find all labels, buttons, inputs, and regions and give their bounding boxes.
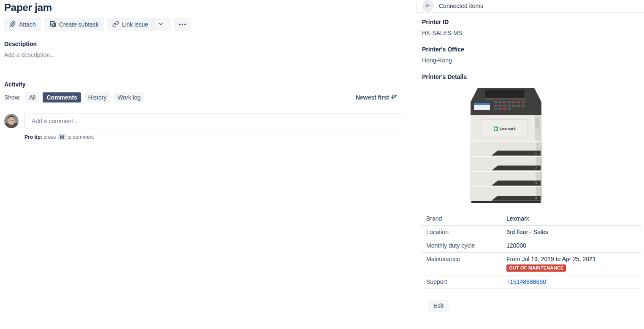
subtask-icon xyxy=(49,21,59,29)
row-value: Lexmark xyxy=(506,215,529,222)
sort-descending-icon xyxy=(389,94,397,102)
status-badge: OUT OF MAINTENANCE xyxy=(506,264,566,272)
create-subtask-button[interactable]: Create subtask xyxy=(44,18,104,31)
connected-items-panel: Connected items Printer ID HK-SALES-MS P… xyxy=(416,0,644,329)
connected-items-header: Connected items xyxy=(416,0,644,13)
table-row: Monthly duty cycle 120000 xyxy=(422,239,641,253)
description-placeholder[interactable]: Add a description... xyxy=(4,51,401,58)
pro-tip: Pro tip:pressMto comment xyxy=(24,134,401,140)
back-button[interactable] xyxy=(422,0,434,12)
printer-base xyxy=(471,201,541,203)
table-row: Support +15148688690 xyxy=(422,275,641,289)
comment-input[interactable] xyxy=(24,113,401,129)
table-row: Location 3rd floor - Sales xyxy=(422,226,641,239)
issue-toolbar: Attach Create subtask Link issue xyxy=(4,18,401,31)
more-icon xyxy=(179,24,186,25)
paperclip-icon xyxy=(9,21,19,29)
sort-order-label: Newest first xyxy=(356,94,389,101)
printer-keypad xyxy=(494,101,528,113)
pro-tip-prefix: Pro tip: xyxy=(24,134,42,140)
printer-body: Lexmark xyxy=(471,115,541,141)
link-issue-split-button: Link issue xyxy=(107,18,171,31)
lexmark-diamond-icon xyxy=(494,127,498,131)
row-value: From Jul 19, 2019 to Apr 25, 2021 xyxy=(506,256,596,262)
filter-tab-comments[interactable]: Comments xyxy=(43,92,81,102)
attach-button-label: Attach xyxy=(19,21,36,28)
add-comment-row xyxy=(4,113,401,129)
filter-tab-all[interactable]: All xyxy=(25,92,40,102)
table-row: Brand Lexmark xyxy=(422,212,641,226)
printer-logo-text: Lexmark xyxy=(500,127,516,131)
activity-heading: Activity xyxy=(4,81,401,88)
printer-id-value: HK-SALES-MS xyxy=(422,30,641,36)
printer-details-field: Printer's Details xyxy=(422,73,641,80)
printer-id-field: Printer ID HK-SALES-MS xyxy=(422,19,641,36)
tray-number: 4 xyxy=(535,197,537,200)
printer-id-label: Printer ID xyxy=(422,19,641,25)
maintenance-value-cell: From Jul 19, 2019 to Apr 25, 2021 OUT OF… xyxy=(506,256,596,272)
show-label: Show: xyxy=(4,94,21,101)
row-value: 120000 xyxy=(506,242,526,249)
table-row: Maintenance From Jul 19, 2019 to Apr 25,… xyxy=(422,253,641,275)
printer-photo: Lexmark 1 2 3 4 xyxy=(470,88,542,203)
printer-display xyxy=(474,103,490,110)
sort-order-control[interactable]: Newest first xyxy=(356,94,397,102)
attach-button[interactable]: Attach xyxy=(4,18,41,31)
printer-office-field: Printer's Office Hong-Kong xyxy=(422,46,641,64)
printer-office-value: Hong-Kong xyxy=(422,57,641,64)
avatar[interactable] xyxy=(4,114,19,128)
link-issue-dropdown-button[interactable] xyxy=(154,18,171,31)
printer-office-label: Printer's Office xyxy=(422,46,641,53)
description-heading: Description xyxy=(4,40,401,47)
printer-side-button xyxy=(535,119,539,128)
create-subtask-button-label: Create subtask xyxy=(59,21,99,28)
row-label: Maintenance xyxy=(422,256,506,262)
printer-brand-logo: Lexmark xyxy=(494,127,516,131)
tray-number: 1 xyxy=(535,151,537,154)
pro-tip-key: M xyxy=(58,134,66,140)
tray-number: 2 xyxy=(535,167,537,170)
printer-front-door: Lexmark xyxy=(482,119,528,138)
arrow-left-icon xyxy=(425,2,431,10)
activity-filter-row: Show: All Comments History Work log Newe… xyxy=(4,92,401,102)
issue-view: Paper jam Attach Create subtask xyxy=(0,0,644,329)
link-issue-button-label: Link issue xyxy=(122,21,148,28)
filter-tab-history[interactable]: History xyxy=(84,92,111,102)
filter-tab-worklog[interactable]: Work log xyxy=(114,92,144,102)
chevron-down-icon xyxy=(158,21,167,28)
main-column: Paper jam Attach Create subtask xyxy=(4,0,401,140)
link-icon xyxy=(112,21,122,29)
printer-tray-1: 1 xyxy=(470,141,542,156)
printer-details-label: Printer's Details xyxy=(422,73,641,80)
printer-details-table: Brand Lexmark Location 3rd floor - Sales… xyxy=(422,212,641,289)
printer-tray-4: 4 xyxy=(470,186,542,201)
support-phone-link[interactable]: +15148688690 xyxy=(506,278,546,285)
edit-button[interactable]: Edit xyxy=(428,300,449,312)
tray-number: 3 xyxy=(535,182,537,185)
row-label: Brand xyxy=(422,215,506,222)
row-label: Monthly duty cycle xyxy=(422,242,506,249)
page-title: Paper jam xyxy=(4,2,401,13)
printer-control-panel xyxy=(471,88,541,115)
row-label: Location xyxy=(422,229,506,235)
pro-tip-suffix: to comment xyxy=(68,134,94,140)
row-label: Support xyxy=(422,278,506,285)
more-actions-button[interactable] xyxy=(174,18,191,31)
pro-tip-press: press xyxy=(43,134,56,140)
printer-tray-3: 3 xyxy=(470,171,542,186)
panel-body: Printer ID HK-SALES-MS Printer's Office … xyxy=(416,19,644,312)
printer-trays: 1 2 3 4 xyxy=(470,141,542,201)
printer-tray-2: 2 xyxy=(470,156,542,171)
link-issue-button[interactable]: Link issue xyxy=(107,18,153,31)
row-value: 3rd floor - Sales xyxy=(506,229,548,235)
panel-title: Connected items xyxy=(439,3,483,9)
printer-output-tray xyxy=(485,90,525,100)
